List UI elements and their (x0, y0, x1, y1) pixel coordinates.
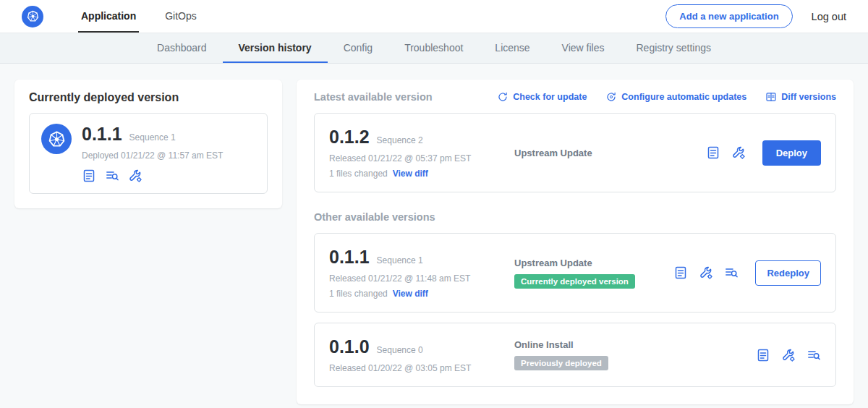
app-subnav: Dashboard Version history Config Trouble… (0, 33, 868, 64)
other-available-title: Other available versions (314, 211, 836, 223)
files-changed-line: 1 files changed View diff (329, 169, 514, 179)
logout-link[interactable]: Log out (812, 11, 846, 22)
deploy-logs-icon[interactable] (807, 348, 821, 362)
files-changed-label: 1 files changed (329, 169, 388, 179)
tab-gitops[interactable]: GitOps (162, 0, 200, 33)
refresh-icon (497, 91, 509, 103)
subnav-item-troubleshoot[interactable]: Troubleshoot (388, 33, 479, 63)
deployed-version-topline: 0.1.1 Sequence 1 (82, 124, 223, 145)
version-number: 0.1.1 (329, 247, 370, 268)
topnav-right: Add a new application Log out (665, 4, 846, 28)
previously-deployed-badge: Previously deployed (514, 356, 608, 370)
view-diff-link[interactable]: View diff (393, 289, 428, 299)
released-timestamp: Released 01/21/22 @ 11:48 am EST (329, 273, 514, 284)
top-navbar: Application GitOps Add a new application… (0, 0, 868, 33)
configure-automatic-updates-label: Configure automatic updates (621, 92, 746, 102)
subnav-item-version-history[interactable]: Version history (223, 33, 328, 63)
deployed-action-icons (82, 169, 223, 183)
version-card: 0.1.1 Sequence 1 Released 01/21/22 @ 11:… (314, 233, 836, 313)
version-actions: Deploy (706, 140, 821, 166)
currently-deployed-card: Currently deployed version 0.1.1 Sequenc… (14, 80, 282, 208)
source-label: Upstream Update (514, 148, 592, 158)
version-number: 0.1.0 (329, 336, 370, 357)
tab-application-label: Application (81, 10, 136, 22)
version-source: Upstream Update (514, 148, 697, 158)
subnav-item-registry-settings[interactable]: Registry settings (621, 33, 727, 63)
diff-versions-label: Diff versions (781, 92, 836, 102)
version-actions: Redeploy (673, 260, 821, 286)
configure-automatic-updates-link[interactable]: Configure automatic updates (605, 91, 746, 103)
check-for-update-label: Check for update (513, 92, 587, 102)
subnav-item-dashboard[interactable]: Dashboard (141, 33, 223, 63)
version-info: 0.1.0 Sequence 0 Released 01/20/22 @ 03:… (329, 336, 514, 373)
panel-header: Latest available version Check for updat… (314, 91, 836, 103)
tab-application[interactable]: Application (78, 0, 139, 33)
deploy-logs-icon[interactable] (105, 169, 119, 183)
version-info: 0.1.1 Sequence 1 Released 01/21/22 @ 11:… (329, 247, 514, 299)
currently-deployed-badge: Currently deployed version (514, 274, 635, 289)
sequence-label: Sequence 1 (377, 255, 423, 265)
redeploy-button[interactable]: Redeploy (755, 260, 821, 286)
version-topline: 0.1.1 Sequence 1 (329, 247, 514, 268)
deployed-card-title: Currently deployed version (29, 91, 268, 104)
version-history-panel: Latest available version Check for updat… (297, 80, 854, 404)
latest-version-card: 0.1.2 Sequence 2 Released 01/21/22 @ 05:… (314, 113, 836, 192)
deployed-version-body: 0.1.1 Sequence 1 Deployed 01/21/22 @ 11:… (82, 124, 223, 183)
files-changed-label: 1 files changed (329, 289, 388, 299)
edit-config-icon[interactable] (731, 145, 746, 160)
page: Application GitOps Add a new application… (0, 0, 868, 408)
deployed-version-number: 0.1.1 (82, 124, 122, 145)
kubernetes-logo[interactable] (22, 6, 43, 27)
edit-config-icon[interactable] (781, 348, 796, 362)
version-info: 0.1.2 Sequence 2 Released 01/21/22 @ 05:… (329, 127, 514, 179)
kubernetes-helm-icon (47, 129, 67, 149)
panel-actions: Check for update Configure automatic upd… (497, 91, 836, 103)
top-tabs: Application GitOps (67, 0, 211, 33)
subnav-item-license[interactable]: License (479, 33, 545, 63)
kubernetes-helm-icon (26, 9, 40, 23)
release-notes-icon[interactable] (82, 169, 96, 183)
app-logo (41, 124, 72, 154)
diff-versions-link[interactable]: Diff versions (765, 91, 836, 103)
latest-available-title: Latest available version (314, 91, 433, 103)
diff-icon (765, 91, 777, 103)
deployed-version-tile: 0.1.1 Sequence 1 Deployed 01/21/22 @ 11:… (29, 113, 268, 194)
released-timestamp: Released 01/21/22 @ 05:37 pm EST (329, 153, 514, 163)
version-source: Online Install Previously deployed (514, 339, 747, 370)
auto-update-icon (605, 91, 617, 103)
source-label: Online Install (514, 339, 574, 350)
version-actions (756, 348, 821, 362)
version-number: 0.1.2 (329, 127, 370, 148)
deploy-logs-icon[interactable] (724, 265, 739, 280)
main-content: Currently deployed version 0.1.1 Sequenc… (0, 64, 868, 408)
files-changed-line: 1 files changed View diff (329, 289, 514, 299)
deploy-button[interactable]: Deploy (762, 140, 821, 166)
subnav-item-config[interactable]: Config (328, 33, 388, 63)
version-source: Upstream Update Currently deployed versi… (514, 258, 665, 289)
release-notes-icon[interactable] (756, 348, 770, 362)
source-label: Upstream Update (514, 258, 592, 268)
sequence-label: Sequence 0 (377, 345, 423, 355)
version-topline: 0.1.0 Sequence 0 (329, 336, 514, 357)
subnav-item-view-files[interactable]: View files (546, 33, 621, 63)
add-application-button[interactable]: Add a new application (665, 4, 792, 28)
released-timestamp: Released 01/20/22 @ 03:05 pm EST (329, 363, 514, 373)
release-notes-icon[interactable] (673, 265, 688, 280)
sequence-label: Sequence 2 (377, 135, 423, 145)
tab-gitops-label: GitOps (165, 10, 197, 22)
edit-config-icon[interactable] (699, 265, 713, 280)
edit-config-icon[interactable] (128, 169, 142, 183)
release-notes-icon[interactable] (706, 145, 720, 160)
deployed-timestamp: Deployed 01/21/22 @ 11:57 am EST (82, 150, 223, 161)
version-card: 0.1.0 Sequence 0 Released 01/20/22 @ 03:… (314, 323, 836, 387)
version-topline: 0.1.2 Sequence 2 (329, 127, 514, 148)
check-for-update-link[interactable]: Check for update (497, 91, 587, 103)
view-diff-link[interactable]: View diff (393, 169, 428, 179)
deployed-sequence-label: Sequence 1 (129, 132, 176, 143)
